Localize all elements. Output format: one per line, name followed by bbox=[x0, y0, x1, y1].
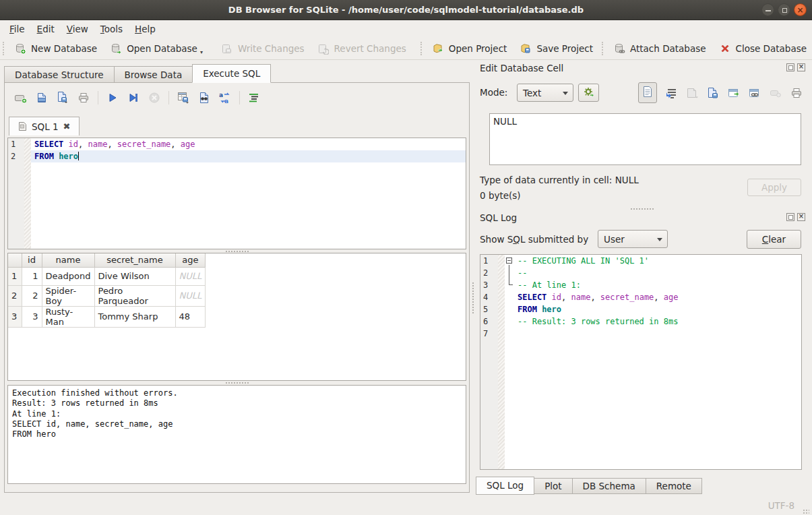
write-changes-button: Write Changes bbox=[214, 39, 311, 58]
cell-name[interactable]: Rusty-Man bbox=[42, 306, 94, 327]
cell-secret_name[interactable]: Tommy Sharp bbox=[94, 306, 175, 327]
column-header-id[interactable]: id bbox=[22, 253, 42, 267]
close-dock-icon[interactable] bbox=[797, 213, 805, 221]
replace-icon[interactable]: aa bbox=[218, 91, 232, 104]
export-cell-data-icon[interactable] bbox=[706, 86, 720, 100]
window-controls: × bbox=[761, 3, 807, 16]
column-header-secret_name[interactable]: secret_name bbox=[94, 253, 175, 267]
cell-secret_name[interactable]: Dive Wilson bbox=[94, 267, 175, 285]
cell-age[interactable]: NULL bbox=[175, 267, 206, 285]
new-database-icon bbox=[13, 42, 27, 55]
tab-plot[interactable]: Plot bbox=[534, 478, 572, 494]
main-tab-bar: Database Structure Browse Data Execute S… bbox=[4, 64, 270, 83]
sql-log-title: SQL Log bbox=[480, 212, 517, 223]
tab-remote[interactable]: Remote bbox=[646, 478, 702, 494]
menu-file[interactable]: File bbox=[3, 22, 31, 36]
new-database-button[interactable]: New Database bbox=[7, 39, 103, 58]
tab-sql-log[interactable]: SQL Log bbox=[476, 477, 534, 495]
results-grid[interactable]: idnamesecret_nameage11DeadpondDive Wilso… bbox=[7, 253, 466, 381]
toolbar-drag-handle[interactable] bbox=[420, 42, 422, 55]
save-project-button[interactable]: Save Project bbox=[513, 39, 599, 58]
tab-execute-sql[interactable]: Execute SQL bbox=[192, 64, 271, 83]
sql-tab-bar: SQL 1 ✖ bbox=[9, 115, 80, 135]
text-mode-button[interactable] bbox=[638, 82, 657, 103]
splitter-cell-log[interactable] bbox=[476, 207, 808, 210]
log-filter-value: User bbox=[604, 234, 625, 245]
close-icon[interactable]: × bbox=[794, 3, 807, 16]
log-filter-select[interactable]: User bbox=[598, 230, 668, 248]
grid-corner[interactable] bbox=[8, 253, 22, 267]
open-sql-file-icon[interactable] bbox=[35, 91, 49, 104]
toolbar-drag-handle[interactable] bbox=[602, 42, 603, 55]
column-header-name[interactable]: name bbox=[42, 253, 94, 267]
menu-tools[interactable]: Tools bbox=[94, 22, 129, 36]
tab-database-structure[interactable]: Database Structure bbox=[4, 66, 115, 83]
clear-log-button[interactable]: Clear bbox=[747, 230, 801, 249]
workspace: Database Structure Browse Data Execute S… bbox=[0, 60, 812, 515]
auto-switch-mode-button[interactable] bbox=[578, 84, 599, 102]
table-row[interactable]: 11DeadpondDive WilsonNULL bbox=[8, 267, 206, 285]
bottom-dock-tab-bar: SQL Log Plot DB Schema Remote bbox=[476, 477, 701, 495]
float-dock-icon[interactable] bbox=[786, 63, 794, 71]
close-database-button[interactable]: Close Database bbox=[712, 39, 812, 58]
right-panel: Edit Database Cell Mode: Text NULL Type … bbox=[476, 60, 808, 515]
cell-age[interactable]: NULL bbox=[175, 285, 206, 306]
attach-database-button[interactable]: Attach Database bbox=[606, 39, 712, 58]
stop-execution-icon bbox=[148, 91, 161, 104]
splitter-main-vertical[interactable] bbox=[471, 282, 475, 313]
open-database-button[interactable]: Open Database▾ bbox=[103, 39, 209, 58]
cell-age[interactable]: 48 bbox=[175, 306, 206, 327]
close-sql-tab-icon[interactable]: ✖ bbox=[63, 121, 71, 131]
float-dock-icon[interactable] bbox=[786, 213, 794, 221]
sql-log-viewer[interactable]: 1-- EXECUTING ALL IN 'SQL 1'2--3-- At li… bbox=[480, 254, 802, 470]
splitter-results-message[interactable] bbox=[5, 382, 469, 385]
sql-tab-label: SQL 1 bbox=[32, 121, 59, 132]
word-wrap-icon[interactable] bbox=[664, 86, 678, 100]
cell-secret_name[interactable]: Pedro Parqueador bbox=[94, 285, 175, 306]
resize-grip-icon[interactable] bbox=[803, 509, 809, 515]
tab-db-schema[interactable]: DB Schema bbox=[572, 478, 646, 494]
maximize-icon[interactable] bbox=[778, 3, 790, 16]
sql-1-tab[interactable]: SQL 1 ✖ bbox=[9, 117, 80, 135]
cell-id[interactable]: 1 bbox=[22, 267, 42, 285]
menu-bar: File Edit View Tools Help bbox=[0, 20, 812, 38]
apply-button: Apply bbox=[747, 179, 801, 196]
open-project-button[interactable]: Open Project bbox=[425, 39, 513, 58]
tab-browse-data[interactable]: Browse Data bbox=[114, 66, 193, 83]
cell-type-info: Type of data currently in cell: NULL bbox=[480, 175, 639, 185]
table-row[interactable]: 33Rusty-ManTommy Sharp48 bbox=[8, 306, 206, 327]
link-icon[interactable] bbox=[748, 86, 761, 100]
cell-name[interactable]: Spider-Boy bbox=[42, 285, 94, 306]
encoding-status: UTF-8 bbox=[768, 500, 794, 511]
save-sql-file-icon[interactable] bbox=[56, 91, 69, 104]
table-row[interactable]: 22Spider-BoyPedro ParqueadorNULL bbox=[8, 285, 206, 306]
print-cell-icon[interactable] bbox=[790, 86, 803, 100]
attach-database-icon bbox=[613, 42, 626, 55]
cell-id[interactable]: 3 bbox=[22, 306, 42, 327]
svg-text:a: a bbox=[219, 92, 223, 98]
column-header-age[interactable]: age bbox=[175, 253, 206, 267]
edit-cell-title: Edit Database Cell bbox=[480, 63, 563, 73]
menu-help[interactable]: Help bbox=[129, 22, 162, 36]
cell-value-editor[interactable]: NULL bbox=[489, 113, 801, 165]
find-icon[interactable] bbox=[197, 91, 211, 104]
revert-changes-button: Revert Changes bbox=[311, 39, 412, 58]
format-sql-icon[interactable] bbox=[247, 91, 261, 104]
menu-edit[interactable]: Edit bbox=[31, 22, 61, 36]
open-in-external-icon[interactable] bbox=[727, 86, 741, 100]
cell-id[interactable]: 2 bbox=[22, 285, 42, 306]
minimize-icon[interactable] bbox=[761, 3, 774, 16]
cell-size-info: 0 byte(s) bbox=[480, 190, 521, 201]
menu-view[interactable]: View bbox=[61, 22, 94, 36]
export-results-icon[interactable] bbox=[177, 91, 190, 104]
toolbar-drag-handle[interactable] bbox=[3, 42, 4, 55]
open-sql-tab-icon[interactable] bbox=[14, 91, 28, 104]
execute-current-line-icon[interactable] bbox=[127, 91, 140, 104]
sql-editor[interactable]: 1SELECT id, name, secret_name, age2FROM … bbox=[7, 138, 466, 249]
mode-select[interactable]: Text bbox=[517, 84, 573, 102]
cell-name[interactable]: Deadpond bbox=[42, 267, 94, 285]
print-sql-icon[interactable] bbox=[77, 91, 90, 104]
open-database-dropdown-icon[interactable]: ▾ bbox=[200, 49, 203, 55]
execute-all-icon[interactable] bbox=[106, 91, 119, 104]
close-dock-icon[interactable] bbox=[797, 63, 805, 71]
